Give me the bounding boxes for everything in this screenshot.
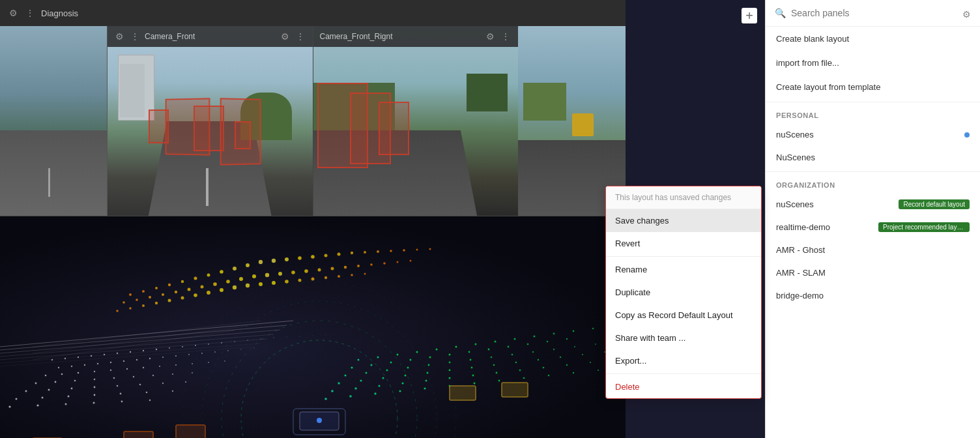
svg-point-191 [338, 382, 339, 384]
create-blank-layout-item[interactable]: Create blank layout [766, 27, 980, 51]
personal-nuscenes-item[interactable]: nuScenes [766, 123, 980, 146]
camera-front-gear2[interactable]: ⚙ [280, 30, 291, 43]
svg-point-47 [126, 368, 128, 370]
svg-point-209 [449, 377, 451, 379]
svg-point-162 [573, 330, 575, 332]
svg-point-80 [65, 403, 67, 405]
svg-point-27 [71, 366, 72, 367]
rename-item[interactable]: Rename [606, 258, 761, 281]
revert-item[interactable]: Revert [606, 232, 761, 255]
svg-point-33 [149, 358, 151, 359]
svg-point-138 [207, 291, 210, 295]
svg-point-95 [272, 259, 276, 263]
svg-point-57 [94, 379, 96, 381]
svg-point-78 [8, 405, 10, 407]
camera-front-more[interactable]: ⋮ [129, 30, 141, 43]
svg-point-97 [298, 256, 302, 260]
svg-point-24 [313, 336, 313, 336]
camera-panels-row: ⚙ ⋮ Camera_Front ⚙ ⋮ [0, 26, 626, 216]
svg-point-112 [175, 291, 177, 293]
duplicate-item[interactable]: Duplicate [606, 281, 761, 304]
svg-point-141 [246, 284, 250, 287]
svg-point-221 [424, 387, 425, 389]
realtime-demo-item[interactable]: realtime-demo Project recommended layo..… [766, 216, 980, 239]
divider-1 [766, 102, 980, 102]
svg-point-43 [61, 373, 63, 375]
svg-point-126 [357, 265, 360, 267]
svg-point-44 [78, 372, 79, 374]
svg-point-160 [534, 336, 536, 338]
svg-point-83 [149, 400, 151, 402]
svg-point-9 [117, 353, 118, 354]
svg-point-180 [407, 367, 409, 369]
org-nuscenes-item[interactable]: nuScenes Record default layout [766, 193, 980, 216]
share-team-item[interactable]: Share with team ... [606, 327, 761, 349]
svg-point-82 [121, 401, 123, 403]
topbar-gear-icon[interactable]: ⚙ [8, 7, 19, 20]
svg-point-88 [181, 280, 184, 283]
svg-point-132 [129, 307, 132, 310]
svg-point-197 [471, 367, 473, 369]
svg-point-103 [377, 250, 379, 253]
svg-rect-244 [124, 431, 153, 438]
camera-front-more2[interactable]: ⋮ [295, 30, 306, 43]
svg-rect-246 [450, 386, 476, 400]
svg-point-153 [397, 354, 399, 356]
topbar-more-icon[interactable]: ⋮ [24, 7, 36, 20]
delete-item[interactable]: Delete [606, 375, 761, 398]
svg-point-105 [403, 249, 405, 252]
svg-point-87 [168, 284, 171, 286]
svg-point-192 [360, 379, 362, 381]
svg-point-143 [272, 281, 276, 285]
svg-point-42 [45, 375, 47, 377]
svg-point-217 [324, 398, 327, 400]
create-layout-from-template-item[interactable]: Create layout from template [766, 75, 980, 99]
svg-point-122 [304, 269, 308, 273]
svg-point-23 [299, 336, 300, 336]
bridge-demo-item[interactable]: bridge-demo [766, 284, 980, 307]
amr-slam-item[interactable]: AMR - SLAM [766, 261, 980, 284]
personal-nuscenes-capital-item[interactable]: NuScenes [766, 146, 980, 169]
svg-point-170 [449, 354, 451, 356]
svg-point-184 [491, 357, 493, 358]
svg-point-35 [175, 355, 177, 357]
svg-point-28 [84, 364, 85, 366]
svg-point-224 [498, 380, 500, 382]
svg-point-89 [194, 277, 197, 280]
svg-point-157 [475, 343, 477, 345]
copy-record-default-item[interactable]: Copy as Record Default Layout [606, 304, 761, 327]
svg-point-67 [117, 385, 119, 387]
svg-point-36 [188, 354, 190, 355]
search-input[interactable] [791, 8, 971, 18]
svg-point-133 [142, 304, 145, 307]
amr-ghost-item[interactable]: AMR - Ghost [766, 239, 980, 261]
svg-point-125 [344, 266, 347, 269]
new-layout-plus-button[interactable]: + [742, 8, 757, 23]
search-icon: 🔍 [775, 8, 786, 18]
svg-point-144 [285, 280, 289, 284]
svg-point-10 [130, 351, 131, 353]
camera-front-gear[interactable]: ⚙ [114, 30, 125, 43]
svg-point-96 [285, 257, 289, 261]
import-from-file-item[interactable]: import from file... [766, 51, 980, 75]
svg-point-183 [470, 359, 472, 361]
divider-2 [766, 171, 980, 172]
svg-point-94 [259, 260, 263, 264]
svg-point-166 [370, 364, 372, 366]
svg-point-93 [246, 263, 250, 267]
svg-point-49 [159, 366, 160, 367]
camera-front-right-more[interactable]: ⋮ [500, 30, 512, 43]
svg-point-204 [331, 390, 334, 392]
svg-point-118 [252, 274, 256, 278]
svg-point-135 [168, 299, 171, 302]
svg-point-110 [149, 296, 151, 299]
svg-point-145 [298, 279, 302, 282]
export-item[interactable]: Export... [606, 349, 761, 372]
svg-point-202 [582, 354, 583, 355]
svg-point-48 [143, 367, 144, 368]
sidebar-gear-icon[interactable]: ⚙ [962, 9, 971, 20]
camera-front-right-gear[interactable]: ⚙ [485, 30, 496, 43]
svg-point-56 [74, 380, 76, 382]
svg-point-92 [233, 267, 237, 270]
save-changes-item[interactable]: Save changes [606, 209, 761, 232]
